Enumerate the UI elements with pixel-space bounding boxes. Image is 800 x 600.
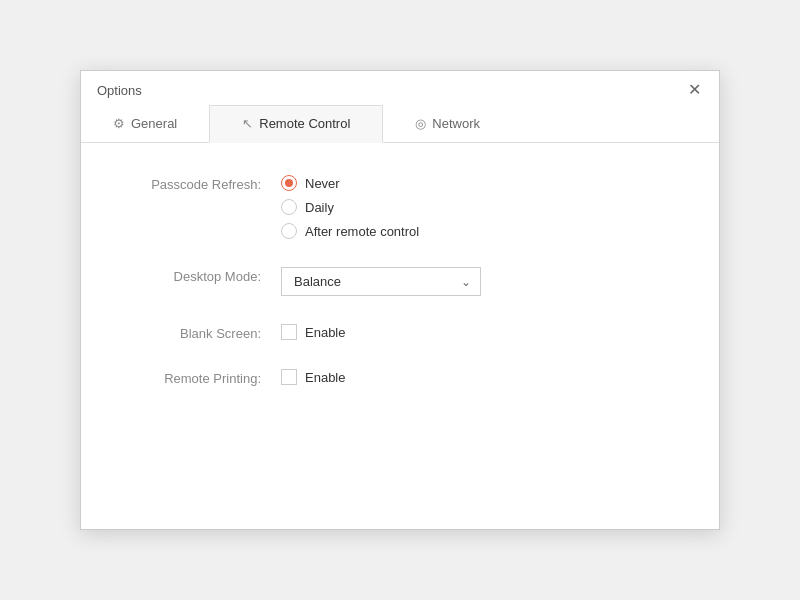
radio-daily[interactable]: Daily [281,199,419,215]
radio-never-outer [281,175,297,191]
tab-general[interactable]: ⚙ General [81,105,209,143]
desktop-mode-control: Balance Performance Quality ⌄ [281,267,481,296]
tab-remote-control[interactable]: ↖ Remote Control [209,105,383,143]
radio-after-remote[interactable]: After remote control [281,223,419,239]
remote-printing-row: Remote Printing: Enable [121,369,679,386]
dialog-title: Options [97,83,142,98]
desktop-mode-select[interactable]: Balance Performance Quality [281,267,481,296]
blank-screen-checkbox-label: Enable [305,325,345,340]
tab-remote-control-label: Remote Control [259,116,350,131]
title-bar: Options ✕ [81,71,719,99]
general-icon: ⚙ [113,116,125,131]
desktop-mode-select-wrapper: Balance Performance Quality ⌄ [281,267,481,296]
blank-screen-label: Blank Screen: [121,324,281,341]
tab-network-label: Network [432,116,480,131]
options-dialog: Options ✕ ⚙ General ↖ Remote Control ◎ N… [80,70,720,530]
remote-printing-checkbox[interactable] [281,369,297,385]
tab-bar: ⚙ General ↖ Remote Control ◎ Network [81,105,719,143]
passcode-refresh-label: Passcode Refresh: [121,175,281,192]
tab-general-label: General [131,116,177,131]
passcode-refresh-options: Never Daily After remote control [281,175,419,239]
blank-screen-checkbox[interactable] [281,324,297,340]
remote-printing-checkbox-label: Enable [305,370,345,385]
content-area: Passcode Refresh: Never Daily After remo… [81,143,719,529]
remote-printing-label: Remote Printing: [121,369,281,386]
remote-printing-checkbox-item[interactable]: Enable [281,369,345,385]
remote-control-icon: ↖ [242,116,253,131]
radio-never-label: Never [305,176,340,191]
radio-never[interactable]: Never [281,175,419,191]
close-button[interactable]: ✕ [685,81,703,99]
blank-screen-checkbox-item[interactable]: Enable [281,324,345,340]
radio-after-remote-label: After remote control [305,224,419,239]
tab-network[interactable]: ◎ Network [383,105,512,143]
desktop-mode-row: Desktop Mode: Balance Performance Qualit… [121,267,679,296]
blank-screen-row: Blank Screen: Enable [121,324,679,341]
network-icon: ◎ [415,116,426,131]
radio-never-inner [285,179,293,187]
remote-printing-control: Enable [281,369,345,385]
passcode-refresh-row: Passcode Refresh: Never Daily After remo… [121,175,679,239]
blank-screen-control: Enable [281,324,345,340]
radio-daily-outer [281,199,297,215]
radio-after-remote-outer [281,223,297,239]
desktop-mode-label: Desktop Mode: [121,267,281,284]
radio-daily-label: Daily [305,200,334,215]
